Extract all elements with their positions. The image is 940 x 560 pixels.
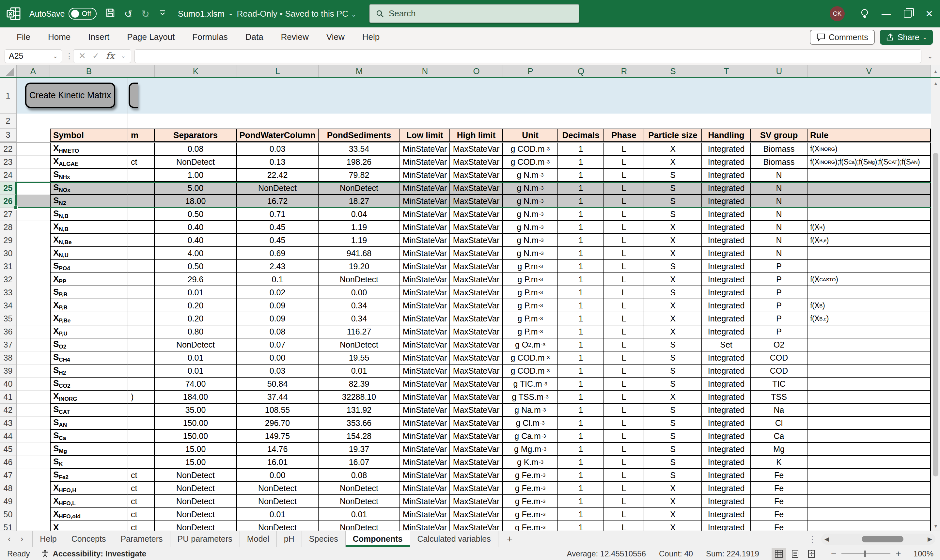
- horizontal-scrollbar[interactable]: ◀ ▶: [821, 534, 935, 545]
- cell-unit-50[interactable]: g Fe.m-3: [503, 508, 558, 521]
- cell-phase-31[interactable]: L: [604, 260, 644, 273]
- cell-decimals-38[interactable]: 1: [558, 351, 604, 365]
- cell-pre-41[interactable]: ): [128, 391, 155, 404]
- cell-unit-26[interactable]: g N.m-3: [503, 195, 558, 208]
- row-header-51[interactable]: 51: [0, 521, 16, 531]
- cell-phase-27[interactable]: L: [604, 208, 644, 221]
- cell-svgroup-28[interactable]: N: [751, 221, 808, 234]
- function-dropdown-icon[interactable]: ⌄: [121, 52, 126, 59]
- cell-separators-24[interactable]: 1.00: [155, 169, 237, 182]
- table-header-particlesize[interactable]: Particle size: [644, 129, 702, 142]
- cell-lowlimit-30[interactable]: MinStateVar: [400, 247, 450, 260]
- cell-rule-33[interactable]: [808, 286, 931, 299]
- cell-pre-27[interactable]: [128, 208, 155, 221]
- cell-unit-41[interactable]: g TSS.m-3: [503, 391, 558, 404]
- select-all-button[interactable]: [0, 65, 17, 77]
- cell-highlimit-45[interactable]: MaxStateVar: [450, 443, 503, 456]
- ribbon-tab-home[interactable]: Home: [39, 28, 79, 47]
- cell-A40[interactable]: [17, 378, 50, 391]
- formula-bar-handle[interactable]: ⋮: [65, 54, 70, 58]
- cell-separators-39[interactable]: 0.01: [155, 365, 237, 378]
- cell-separators-28[interactable]: 0.40: [155, 221, 237, 234]
- cell-handling-49[interactable]: Integrated: [702, 495, 751, 508]
- cell-pondwatercolumn-26[interactable]: 16.72: [237, 195, 318, 208]
- cell-decimals-22[interactable]: 1: [558, 143, 604, 156]
- cell-separators-23[interactable]: NonDetect: [155, 156, 237, 169]
- cell-highlimit-46[interactable]: MaxStateVar: [450, 456, 503, 469]
- excel-app-icon[interactable]: [6, 6, 21, 21]
- cell-lowlimit-23[interactable]: MinStateVar: [400, 156, 450, 169]
- cell-unit-30[interactable]: g N.m-3: [503, 247, 558, 260]
- cell-svgroup-35[interactable]: P: [751, 312, 808, 325]
- cell-phase-24[interactable]: L: [604, 169, 644, 182]
- cell-rule-28[interactable]: f(XB): [808, 221, 931, 234]
- cell-highlimit-40[interactable]: MaxStateVar: [450, 378, 503, 391]
- table-header-handling[interactable]: Handling: [702, 129, 751, 142]
- cell-A32[interactable]: [17, 273, 50, 286]
- ribbon-tab-data[interactable]: Data: [237, 28, 272, 47]
- cell-pondwatercolumn-31[interactable]: 2.43: [237, 260, 318, 273]
- cell-highlimit-44[interactable]: MaxStateVar: [450, 430, 503, 443]
- table-header-decimals[interactable]: Decimals: [558, 129, 604, 142]
- redo-dropdown-icon[interactable]: ⌄: [145, 12, 150, 18]
- cell-phase-46[interactable]: L: [604, 456, 644, 469]
- cell-pondwatercolumn-25[interactable]: NonDetect: [237, 182, 318, 195]
- cell-pondwatercolumn-45[interactable]: 14.76: [237, 443, 318, 456]
- cell-particlesize-40[interactable]: S: [644, 378, 702, 391]
- table-header-svgroup[interactable]: SV group: [751, 129, 808, 142]
- cell-pondsediments-38[interactable]: 19.55: [318, 351, 400, 365]
- cell-separators-43[interactable]: 150.00: [155, 417, 237, 430]
- sheet-nav-next-icon[interactable]: ›: [20, 534, 23, 544]
- column-header-hidden[interactable]: [128, 65, 155, 77]
- cell-symbol-38[interactable]: SCH4: [50, 351, 128, 365]
- cell-pre-45[interactable]: [128, 443, 155, 456]
- cell-pondsediments-33[interactable]: 0.00: [318, 286, 400, 299]
- cell-handling-42[interactable]: Integrated: [702, 404, 751, 417]
- row-header-46[interactable]: 46: [0, 456, 16, 469]
- column-header-O[interactable]: O: [450, 65, 503, 77]
- row-header-34[interactable]: 34: [0, 299, 16, 312]
- name-box[interactable]: A25 ⌄: [5, 49, 62, 63]
- cell-symbol-31[interactable]: SPO4: [50, 260, 128, 273]
- cell-A24[interactable]: [17, 169, 50, 182]
- cell-handling-43[interactable]: Integrated: [702, 417, 751, 430]
- cell-pondwatercolumn-41[interactable]: 37.44: [237, 391, 318, 404]
- cell-particlesize-28[interactable]: X: [644, 221, 702, 234]
- cell-separators-22[interactable]: 0.08: [155, 143, 237, 156]
- cell-particlesize-41[interactable]: X: [644, 391, 702, 404]
- cell-pondsediments-40[interactable]: 82.39: [318, 378, 400, 391]
- cell-highlimit-47[interactable]: MaxStateVar: [450, 469, 503, 482]
- cell-A44[interactable]: [17, 430, 50, 443]
- cell-phase-49[interactable]: L: [604, 495, 644, 508]
- cell-pre-44[interactable]: [128, 430, 155, 443]
- cell-phase-36[interactable]: L: [604, 325, 644, 338]
- cell-decimals-28[interactable]: 1: [558, 221, 604, 234]
- ribbon-tab-help[interactable]: Help: [354, 28, 388, 47]
- cell-A29[interactable]: [17, 234, 50, 247]
- cell-pre-24[interactable]: [128, 169, 155, 182]
- cell-decimals-43[interactable]: 1: [558, 417, 604, 430]
- cell-particlesize-44[interactable]: S: [644, 430, 702, 443]
- cell-svgroup-39[interactable]: COD: [751, 365, 808, 378]
- cell-phase-23[interactable]: L: [604, 156, 644, 169]
- table-header-rule[interactable]: Rule: [808, 129, 931, 142]
- column-header-V[interactable]: V: [808, 65, 931, 77]
- cell-particlesize-48[interactable]: X: [644, 482, 702, 495]
- cell-pondwatercolumn-51[interactable]: NonDetect: [237, 521, 318, 531]
- cell-symbol-45[interactable]: SMg: [50, 443, 128, 456]
- sheet-tab-model[interactable]: Model: [240, 531, 277, 547]
- cell-unit-28[interactable]: g N.m-3: [503, 221, 558, 234]
- cell-highlimit-36[interactable]: MaxStateVar: [450, 325, 503, 338]
- table-header-pre[interactable]: m: [128, 129, 155, 142]
- cell-phase-32[interactable]: L: [604, 273, 644, 286]
- cell-separators-37[interactable]: NonDetect: [155, 338, 237, 351]
- column-header-T[interactable]: T: [702, 65, 751, 77]
- cell-phase-26[interactable]: L: [604, 195, 644, 208]
- accessibility-status[interactable]: Accessibility: Investigate: [41, 549, 146, 558]
- cell-particlesize-25[interactable]: S: [644, 182, 702, 195]
- cell-A39[interactable]: [17, 365, 50, 378]
- cell-unit-43[interactable]: g Cl.m-3: [503, 417, 558, 430]
- row-header-30[interactable]: 30: [0, 247, 16, 260]
- ribbon-tab-insert[interactable]: Insert: [79, 28, 118, 47]
- cell-lowlimit-48[interactable]: MinStateVar: [400, 482, 450, 495]
